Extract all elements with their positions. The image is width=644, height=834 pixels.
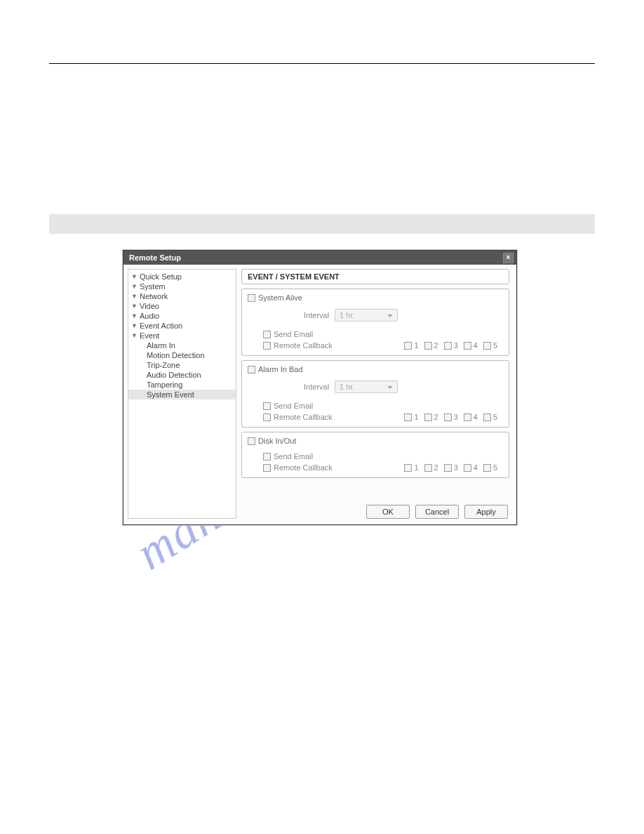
callback-numbers: 1 2 3 4 5 (404, 463, 503, 472)
group-alarm-in-bad: Alarm In Bad Interval 1 hr. Send Email R… (241, 360, 509, 428)
cb-2-label: 2 (434, 463, 438, 472)
tree-audio-detection[interactable]: Audio Detection (128, 370, 236, 380)
main-panel: EVENT / SYSTEM EVENT System Alive Interv… (239, 265, 516, 524)
cb-1-label: 1 (414, 341, 418, 350)
cb-3-checkbox[interactable] (444, 413, 452, 421)
cancel-button[interactable]: Cancel (415, 505, 459, 519)
tree-label: Network (140, 292, 168, 300)
tree-motion-detection[interactable]: Motion Detection (128, 350, 236, 360)
remote-callback-label: Remote Callback (274, 413, 333, 421)
interval-label: Interval (304, 311, 329, 319)
send-email-checkbox[interactable] (263, 453, 271, 461)
titlebar: Remote Setup × (123, 251, 516, 265)
tree-video[interactable]: ▼Video (128, 301, 236, 311)
alarm-in-bad-label: Alarm In Bad (258, 365, 303, 373)
tree-system-event[interactable]: System Event (128, 390, 236, 399)
cb-3-label: 3 (454, 463, 458, 472)
breadcrumb: EVENT / SYSTEM EVENT (241, 269, 509, 284)
cb-4-label: 4 (474, 413, 478, 421)
cb-1-checkbox[interactable] (404, 342, 412, 350)
cb-3-checkbox[interactable] (444, 464, 452, 472)
disk-in-out-checkbox[interactable] (248, 437, 255, 445)
cb-4-checkbox[interactable] (464, 413, 471, 421)
cb-4-checkbox[interactable] (464, 342, 471, 350)
remote-callback-checkbox[interactable] (263, 464, 271, 472)
send-email-label: Send Email (274, 402, 313, 410)
tree-event-action[interactable]: ▼Event Action (128, 321, 236, 331)
system-alive-checkbox[interactable] (248, 294, 255, 302)
tree-tampering[interactable]: Tampering (128, 380, 236, 390)
cb-5-label: 5 (493, 463, 497, 472)
close-icon[interactable]: × (503, 253, 514, 263)
send-email-label: Send Email (274, 452, 313, 461)
remote-callback-label: Remote Callback (274, 341, 333, 350)
tree-network[interactable]: ▼Network (128, 291, 236, 301)
tree-audio[interactable]: ▼Audio (128, 311, 236, 321)
cb-2-label: 2 (434, 341, 438, 350)
tree-label: Video (140, 302, 159, 310)
system-alive-label: System Alive (258, 293, 302, 302)
alarm-in-bad-checkbox[interactable] (248, 366, 255, 373)
tree-label: Quick Setup (140, 272, 182, 281)
remote-setup-window: Remote Setup × ▼Quick Setup ▼System ▼Net… (123, 250, 517, 525)
cb-3-label: 3 (454, 341, 458, 350)
cb-4-label: 4 (474, 341, 478, 350)
tree-label: Event (140, 331, 159, 340)
cb-1-checkbox[interactable] (404, 464, 412, 472)
group-disk-in-out: Disk In/Out Send Email Remote Callback 1… (241, 432, 509, 478)
cb-5-checkbox[interactable] (483, 413, 491, 421)
interval-select[interactable]: 1 hr. (335, 380, 398, 393)
cb-2-checkbox[interactable] (424, 413, 432, 421)
remote-callback-checkbox[interactable] (263, 413, 271, 421)
cb-3-label: 3 (454, 413, 458, 421)
cb-2-checkbox[interactable] (424, 342, 432, 350)
send-email-label: Send Email (274, 330, 313, 338)
send-email-checkbox[interactable] (263, 331, 271, 338)
interval-select[interactable]: 1 hr. (335, 309, 398, 322)
page-rule (49, 63, 595, 64)
remote-callback-checkbox[interactable] (263, 342, 271, 350)
cb-2-checkbox[interactable] (424, 464, 432, 472)
cb-5-label: 5 (493, 341, 497, 350)
interval-label: Interval (304, 383, 329, 391)
tree-label: Audio (140, 312, 159, 320)
cb-5-label: 5 (493, 413, 497, 421)
cb-1-label: 1 (414, 413, 418, 421)
send-email-checkbox[interactable] (263, 402, 271, 410)
cb-5-checkbox[interactable] (483, 342, 491, 350)
window-title: Remote Setup (129, 253, 181, 262)
cb-4-label: 4 (474, 463, 478, 472)
apply-button[interactable]: Apply (464, 505, 508, 519)
tree-trip-zone[interactable]: Trip-Zone (128, 360, 236, 370)
tree-alarm-in[interactable]: Alarm In (128, 340, 236, 350)
callback-numbers: 1 2 3 4 5 (404, 413, 503, 421)
group-system-alive: System Alive Interval 1 hr. Send Email R… (241, 289, 509, 356)
cb-1-label: 1 (414, 463, 418, 472)
ok-button[interactable]: OK (366, 505, 410, 519)
cb-2-label: 2 (434, 413, 438, 421)
tree-event[interactable]: ▼Event (128, 331, 236, 340)
tree-label: System (140, 282, 166, 291)
cb-5-checkbox[interactable] (483, 464, 491, 472)
tree-label: Event Action (140, 322, 182, 330)
nav-tree: ▼Quick Setup ▼System ▼Network ▼Video ▼Au… (128, 269, 236, 519)
dialog-buttons: OK Cancel Apply (241, 501, 509, 520)
cb-3-checkbox[interactable] (444, 342, 452, 350)
section-band (49, 214, 595, 234)
disk-in-out-label: Disk In/Out (258, 437, 296, 445)
callback-numbers: 1 2 3 4 5 (404, 341, 503, 350)
tree-quick-setup[interactable]: ▼Quick Setup (128, 272, 236, 282)
cb-1-checkbox[interactable] (404, 413, 412, 421)
tree-system[interactable]: ▼System (128, 282, 236, 291)
remote-callback-label: Remote Callback (274, 463, 333, 472)
cb-4-checkbox[interactable] (464, 464, 471, 472)
